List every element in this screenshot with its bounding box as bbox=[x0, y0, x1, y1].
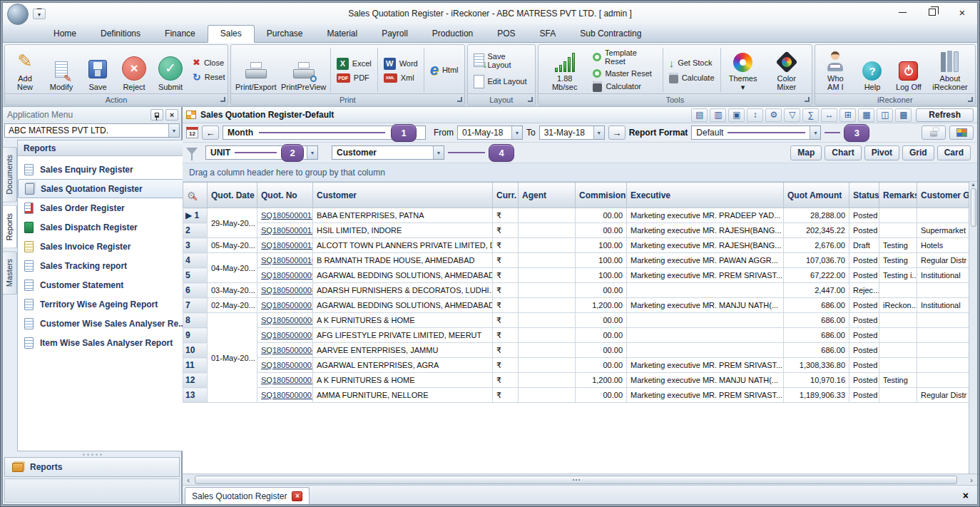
calculator-button[interactable]: Calculator bbox=[590, 81, 659, 93]
row-selector[interactable]: 7 bbox=[183, 298, 208, 313]
reject-button[interactable]: ×Reject bbox=[117, 46, 151, 93]
ribbon-tab-material[interactable]: Material bbox=[315, 26, 369, 42]
horizontal-scrollbar[interactable]: ‹ › bbox=[183, 473, 977, 485]
ribbon-tab-finance[interactable]: Finance bbox=[153, 26, 208, 42]
sidebar-splitter[interactable] bbox=[3, 451, 181, 457]
row-selector[interactable]: 5 bbox=[183, 268, 208, 283]
row-selector[interactable]: 9 bbox=[183, 328, 208, 343]
export-xml-button[interactable]: XMLXml bbox=[381, 73, 421, 83]
quot-no-link[interactable]: SQ1805000013 bbox=[261, 211, 313, 220]
column-header-executive[interactable]: Executive bbox=[627, 183, 784, 208]
color-grid-button[interactable] bbox=[949, 126, 974, 140]
horizontal-scroll-thumb[interactable] bbox=[195, 476, 957, 484]
add-column-icon[interactable]: ▦ bbox=[858, 108, 874, 122]
row-selector[interactable]: 3 bbox=[183, 238, 208, 253]
ribbon-tab-sales[interactable]: Sales bbox=[208, 25, 255, 43]
quot-no-link[interactable]: SQ1805000010 bbox=[261, 256, 313, 265]
sidebar-item-sales-enquiry-register[interactable]: Sales Enquiry Register bbox=[18, 160, 188, 179]
app-logo-globe-icon[interactable] bbox=[7, 4, 29, 25]
column-header-commision[interactable]: Commision bbox=[576, 183, 627, 208]
reset-button[interactable]: ↻Reset bbox=[190, 71, 228, 83]
sidebar-item-customer-statement[interactable]: Customer Statement bbox=[18, 275, 188, 295]
quot-no-link[interactable]: SQ1805000002 bbox=[261, 376, 313, 384]
column-width-icon[interactable]: ↔ bbox=[821, 108, 837, 122]
who-am-i-button[interactable]: Who AM I bbox=[818, 46, 853, 93]
edit-layout-button[interactable]: Edit Layout bbox=[471, 74, 532, 89]
dialog-launcher-icon[interactable] bbox=[528, 97, 533, 102]
unit-filter-select[interactable]: UNIT 2 ▼ bbox=[205, 145, 318, 160]
close-tab-icon[interactable]: × bbox=[292, 491, 302, 501]
pin-panel-button[interactable] bbox=[150, 109, 163, 121]
dialog-launcher-icon[interactable] bbox=[968, 97, 973, 102]
save-button[interactable]: Save bbox=[81, 46, 115, 93]
chart-view-button[interactable]: Chart bbox=[825, 145, 861, 160]
sidebar-vtab-masters[interactable]: Masters bbox=[3, 251, 17, 295]
sidebar-item-item-wise-sales-analyser-report[interactable]: Item Wise Sales Analyser Report bbox=[18, 333, 188, 352]
snapshot-icon[interactable]: ▩ bbox=[895, 108, 912, 122]
ribbon-tab-definitions[interactable]: Definitions bbox=[88, 26, 153, 42]
sidebar-vtab-reports[interactable]: Reports bbox=[3, 205, 17, 249]
column-header-status[interactable]: Status bbox=[849, 183, 879, 208]
export-excel-button[interactable]: XExcel bbox=[334, 57, 374, 71]
minimize-button[interactable] bbox=[887, 3, 917, 21]
ribbon-tab-home[interactable]: Home bbox=[41, 26, 88, 42]
modify-button[interactable]: ✎Modify bbox=[44, 46, 78, 93]
ribbon-tab-payroll[interactable]: Payroll bbox=[369, 26, 420, 42]
ribbon-tab-pos[interactable]: POS bbox=[485, 26, 527, 42]
best-fit-icon[interactable]: ⊞ bbox=[839, 108, 856, 122]
period-field[interactable]: Month 1 bbox=[223, 126, 426, 140]
next-period-button[interactable]: → bbox=[608, 126, 626, 140]
close-all-tabs-button[interactable]: × bbox=[956, 490, 975, 501]
dialog-launcher-icon[interactable] bbox=[805, 97, 810, 102]
restore-button[interactable] bbox=[917, 3, 947, 21]
card-view-button[interactable]: Card bbox=[937, 145, 971, 160]
refresh-button[interactable]: Refresh bbox=[916, 108, 974, 122]
row-selector[interactable]: ▶ 1 bbox=[183, 208, 208, 223]
group-by-bar[interactable]: Drag a column header here to group by th… bbox=[183, 163, 977, 182]
row-selector[interactable]: 8 bbox=[183, 313, 208, 328]
row-selector[interactable]: 13 bbox=[183, 388, 208, 403]
about-button[interactable]: About iReckoner bbox=[928, 46, 972, 93]
column-header-quot-no[interactable]: Quot. No bbox=[257, 183, 313, 208]
row-selector[interactable]: 10 bbox=[183, 343, 208, 358]
submit-button[interactable]: ✓Submit bbox=[153, 46, 188, 93]
column-header-agent[interactable]: Agent bbox=[519, 183, 576, 208]
themes-button[interactable]: Themes ▾ bbox=[723, 46, 762, 93]
filter-funnel-icon[interactable]: ▽ bbox=[784, 108, 800, 122]
table-view-icon[interactable]: ◫ bbox=[877, 108, 893, 122]
quot-no-link[interactable]: SQ1805000009 bbox=[261, 271, 313, 280]
help-button[interactable]: ?Help bbox=[855, 46, 889, 93]
sidebar-item-sales-order-register[interactable]: Sales Order Register bbox=[18, 198, 188, 217]
export-html-button[interactable]: eHtml bbox=[427, 60, 461, 80]
sidebar-item-sales-invoice-register[interactable]: Sales Invoice Register bbox=[18, 237, 188, 256]
from-date-select[interactable]: 01-May-18 ▼ bbox=[457, 126, 523, 140]
pivot-view-button[interactable]: Pivot bbox=[864, 145, 899, 160]
summary-sigma-icon[interactable]: ∑ bbox=[802, 108, 819, 122]
column-header-quot-amount[interactable]: Quot Amount bbox=[784, 183, 849, 208]
sort-order-icon[interactable]: ↕ bbox=[747, 108, 763, 122]
row-selector[interactable]: 11 bbox=[183, 358, 208, 373]
sidebar-item-sales-quotation-register[interactable]: Sales Quotation Register bbox=[18, 179, 188, 198]
master-reset-button[interactable]: Master Reset bbox=[590, 68, 659, 78]
dialog-launcher-icon[interactable] bbox=[457, 97, 462, 102]
row-selector[interactable]: 6 bbox=[183, 283, 208, 298]
color-mixer-button[interactable]: Color Mixer bbox=[765, 46, 809, 93]
row-selector[interactable]: 2 bbox=[183, 223, 208, 238]
column-header-customer-group[interactable]: Customer G bbox=[917, 183, 969, 208]
export-word-button[interactable]: WWord bbox=[381, 57, 421, 71]
ribbon-tab-production[interactable]: Production bbox=[420, 26, 485, 42]
row-selector[interactable]: 12 bbox=[183, 373, 208, 388]
print-layout-button[interactable] bbox=[922, 126, 946, 140]
sidebar-item-customer-wise-sales-analyser-re[interactable]: Customer Wise Sales Analyser Re... bbox=[18, 314, 188, 333]
quot-no-link[interactable]: SQ1805000011 bbox=[261, 241, 313, 250]
print-export-button[interactable]: Print/Export bbox=[234, 46, 277, 93]
scroll-up-icon[interactable]: ▲ bbox=[971, 182, 976, 187]
customer-filter-select[interactable]: Customer ▼ bbox=[332, 145, 444, 160]
column-header-curr[interactable]: Curr. bbox=[493, 183, 519, 208]
sidebar-item-territory-wise-ageing-report[interactable]: Territory Wise Ageing Report bbox=[18, 295, 188, 314]
to-date-select[interactable]: 31-May-18 ▼ bbox=[539, 126, 605, 140]
ribbon-tab-purchase[interactable]: Purchase bbox=[255, 26, 315, 42]
log-off-button[interactable]: Log Off bbox=[892, 46, 926, 93]
calculate-button[interactable]: Calculate bbox=[666, 72, 718, 84]
quick-access-dropdown[interactable]: ▔▾ bbox=[33, 9, 46, 19]
